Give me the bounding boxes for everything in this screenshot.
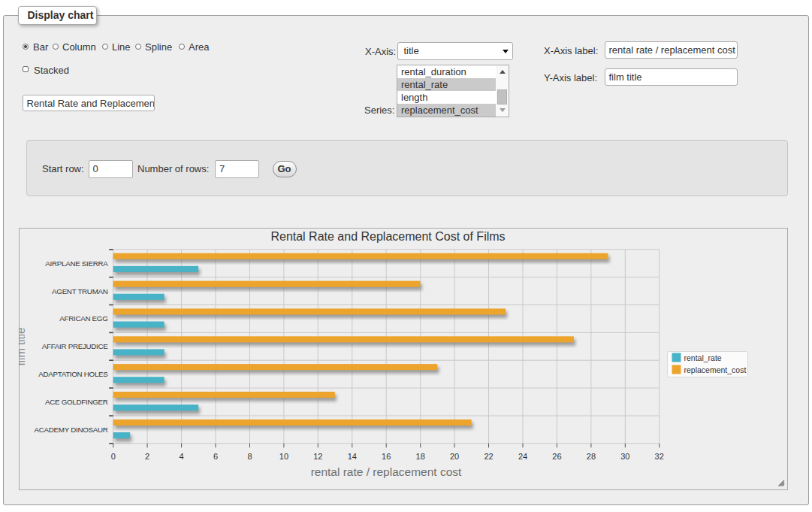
svg-text:2: 2 xyxy=(145,452,149,461)
svg-text:AFRICAN EGG: AFRICAN EGG xyxy=(59,314,107,323)
svg-text:12: 12 xyxy=(313,452,322,461)
svg-text:AIRPLANE SIERRA: AIRPLANE SIERRA xyxy=(45,259,108,268)
svg-text:rental rate / replacement cost: rental rate / replacement cost xyxy=(310,465,461,478)
svg-text:28: 28 xyxy=(586,452,595,461)
svg-text:ACADEMY DINOSAUR: ACADEMY DINOSAUR xyxy=(34,426,107,434)
svg-text:32: 32 xyxy=(654,452,663,461)
svg-text:film title: film title xyxy=(19,328,27,366)
svg-text:rental_rate: rental_rate xyxy=(684,353,721,362)
svg-text:22: 22 xyxy=(484,452,493,461)
svg-text:8: 8 xyxy=(247,452,252,461)
svg-text:6: 6 xyxy=(213,452,217,461)
svg-text:14: 14 xyxy=(347,452,356,461)
svg-text:4: 4 xyxy=(179,452,183,461)
svg-text:30: 30 xyxy=(620,452,629,461)
svg-text:AGENT TRUMAN: AGENT TRUMAN xyxy=(52,287,108,295)
svg-text:10: 10 xyxy=(279,452,288,461)
svg-text:AFFAIR PREJUDICE: AFFAIR PREJUDICE xyxy=(41,342,108,350)
svg-text:ADAPTATION HOLES: ADAPTATION HOLES xyxy=(38,370,108,378)
svg-text:Rental Rate and Replacement Co: Rental Rate and Replacement Cost of Film… xyxy=(270,230,505,243)
svg-text:24: 24 xyxy=(518,452,527,461)
svg-text:18: 18 xyxy=(415,452,424,461)
svg-text:16: 16 xyxy=(382,452,391,461)
svg-text:replacement_cost: replacement_cost xyxy=(684,365,746,374)
svg-text:26: 26 xyxy=(552,452,561,461)
svg-text:0: 0 xyxy=(110,452,115,461)
svg-text:20: 20 xyxy=(449,452,458,461)
svg-text:ACE GOLDFINGER: ACE GOLDFINGER xyxy=(45,398,108,406)
